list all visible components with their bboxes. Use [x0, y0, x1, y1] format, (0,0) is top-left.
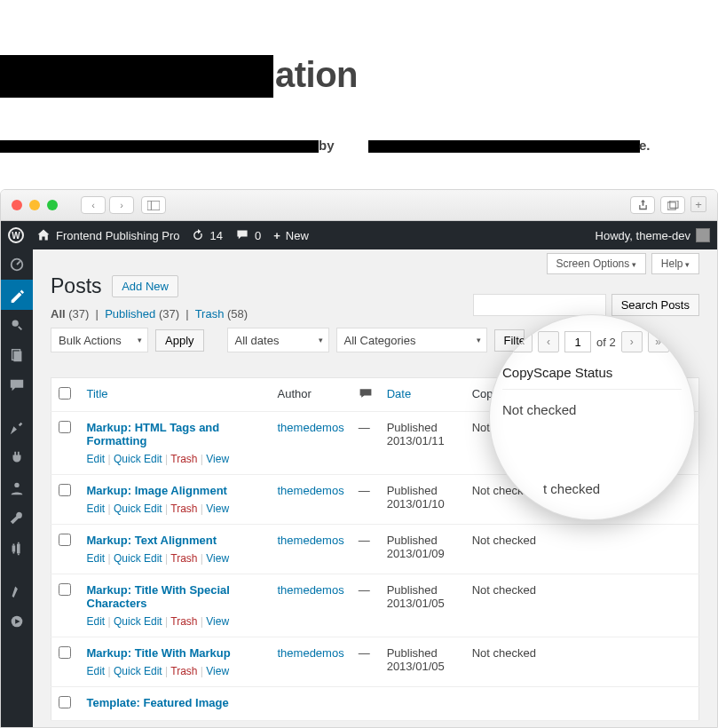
quick-edit-link[interactable]: Quick Edit — [114, 502, 162, 515]
row-checkbox[interactable] — [59, 646, 71, 659]
copyscape-cell — [465, 687, 699, 721]
add-new-button[interactable]: Add New — [112, 275, 178, 297]
search-input[interactable] — [473, 294, 606, 316]
date-filter-select[interactable]: All dates — [227, 328, 329, 352]
view-link[interactable]: View — [206, 552, 229, 565]
svg-point-8 — [14, 483, 19, 487]
prev-page-button[interactable]: ‹ — [538, 331, 559, 352]
redaction-bar — [368, 140, 640, 153]
edit-link[interactable]: Edit — [87, 453, 106, 465]
sidebar-item-tools[interactable] — [1, 503, 33, 534]
author-link[interactable]: themedemos — [278, 583, 344, 597]
post-title-link[interactable]: Markup: Text Alignment — [87, 534, 217, 547]
author-link[interactable]: themedemos — [278, 534, 344, 547]
screen-options-button[interactable]: Screen Options — [547, 253, 646, 274]
back-button[interactable]: ‹ — [81, 196, 106, 214]
sidebar-item-users[interactable] — [1, 473, 33, 503]
col-date[interactable]: Date — [387, 387, 411, 400]
edit-link[interactable]: Edit — [87, 615, 106, 628]
quick-edit-link[interactable]: Quick Edit — [114, 615, 162, 628]
quick-edit-link[interactable]: Quick Edit — [114, 453, 162, 465]
row-checkbox[interactable] — [59, 696, 71, 708]
quick-edit-link[interactable]: Quick Edit — [114, 552, 162, 565]
quick-edit-link[interactable]: Quick Edit — [114, 665, 162, 677]
sidebar-item-posts[interactable] — [1, 280, 33, 310]
svg-rect-0 — [147, 201, 160, 210]
sidebar-item-appearance[interactable] — [1, 413, 33, 443]
trash-link[interactable]: Trash — [170, 453, 197, 465]
wp-logo[interactable]: W — [8, 227, 24, 243]
post-title-link[interactable]: Markup: HTML Tags and Formatting — [87, 421, 220, 447]
edit-link[interactable]: Edit — [87, 552, 106, 565]
redaction-bar — [0, 55, 273, 98]
svg-point-5 — [12, 320, 19, 327]
sidebar-item-plugins[interactable] — [1, 443, 33, 473]
search-posts-button[interactable]: Search Posts — [611, 294, 699, 316]
view-all[interactable]: All — [51, 307, 66, 320]
post-title-link[interactable]: Template: Featured Image — [87, 696, 229, 709]
next-page-button[interactable]: › — [621, 331, 643, 352]
sidebar-item-custom2[interactable] — [1, 606, 33, 637]
user-menu[interactable]: Howdy, theme-dev — [596, 228, 710, 242]
date-cell: Published2013/01/05 — [380, 574, 465, 637]
sidebar-item-comments[interactable] — [1, 370, 33, 400]
trash-link[interactable]: Trash — [170, 502, 197, 515]
view-link[interactable]: View — [206, 665, 229, 677]
date-cell — [380, 687, 465, 721]
post-title-link[interactable]: Markup: Title With Markup — [87, 646, 231, 660]
sidebar-item-media[interactable] — [1, 310, 33, 340]
post-title-link[interactable]: Markup: Title With Special Characters — [87, 583, 230, 610]
new-tab-button[interactable]: + — [690, 196, 706, 212]
author-link[interactable]: themedemos — [278, 484, 344, 497]
new-content-link[interactable]: + New — [273, 229, 309, 242]
site-name-link[interactable]: Frontend Publishing Pro — [36, 228, 179, 242]
date-cell: Published2013/01/05 — [380, 637, 465, 687]
trash-link[interactable]: Trash — [170, 665, 197, 677]
row-checkbox[interactable] — [59, 484, 71, 496]
trash-link[interactable]: Trash — [170, 552, 197, 565]
date-cell: Published2013/01/09 — [380, 525, 465, 574]
plus-icon: + — [273, 229, 280, 242]
col-title[interactable]: Title — [87, 387, 108, 400]
close-window-button[interactable] — [12, 200, 22, 210]
author-link[interactable]: themedemos — [278, 646, 344, 660]
view-trash[interactable]: Trash (58) — [195, 307, 249, 320]
trash-link[interactable]: Trash — [170, 615, 197, 628]
share-button[interactable] — [630, 196, 655, 214]
view-published[interactable]: Published (37) — [105, 307, 179, 320]
post-title-link[interactable]: Markup: Image Alignment — [87, 484, 227, 497]
sidebar-item-custom1[interactable] — [1, 576, 33, 606]
minimize-window-button[interactable] — [29, 200, 40, 210]
select-all-checkbox[interactable] — [59, 387, 71, 400]
updates-link[interactable]: 14 — [192, 229, 222, 242]
comments-link[interactable]: 0 — [235, 229, 261, 242]
lens-status-1: Not checked — [502, 390, 682, 417]
view-link[interactable]: View — [206, 502, 229, 515]
current-page-input[interactable] — [564, 331, 591, 352]
apply-button[interactable]: Apply — [155, 329, 204, 352]
view-link[interactable]: View — [206, 615, 229, 628]
copyscape-cell: Not checked — [465, 525, 699, 574]
sidebar-item-pages[interactable] — [1, 340, 33, 370]
author-link[interactable]: themedemos — [278, 421, 344, 434]
row-checkbox[interactable] — [59, 534, 71, 546]
sidebar-item-settings[interactable] — [1, 534, 33, 564]
tabs-button[interactable] — [660, 196, 685, 214]
edit-link[interactable]: Edit — [87, 665, 106, 677]
forward-button[interactable]: › — [109, 196, 134, 214]
edit-link[interactable]: Edit — [87, 502, 106, 515]
category-filter-select[interactable]: All Categories — [336, 328, 487, 352]
sidebar-toggle-button[interactable] — [141, 196, 166, 214]
row-checkbox[interactable] — [59, 583, 71, 596]
help-button[interactable]: Help — [651, 253, 699, 274]
row-actions: EditQuick EditTrashView — [87, 453, 264, 465]
hero-subtitle-end: e. — [639, 138, 651, 153]
sidebar-item-dashboard[interactable] — [1, 249, 33, 280]
table-row: Markup: Text AlignmentEditQuick EditTras… — [51, 525, 699, 574]
view-link[interactable]: View — [206, 453, 229, 465]
hero-title-fragment: ation — [275, 55, 358, 95]
maximize-window-button[interactable] — [47, 200, 58, 210]
browser-toolbar: ‹ › + — [1, 190, 717, 221]
row-checkbox[interactable] — [59, 421, 71, 433]
bulk-actions-select[interactable]: Bulk Actions — [51, 328, 148, 352]
